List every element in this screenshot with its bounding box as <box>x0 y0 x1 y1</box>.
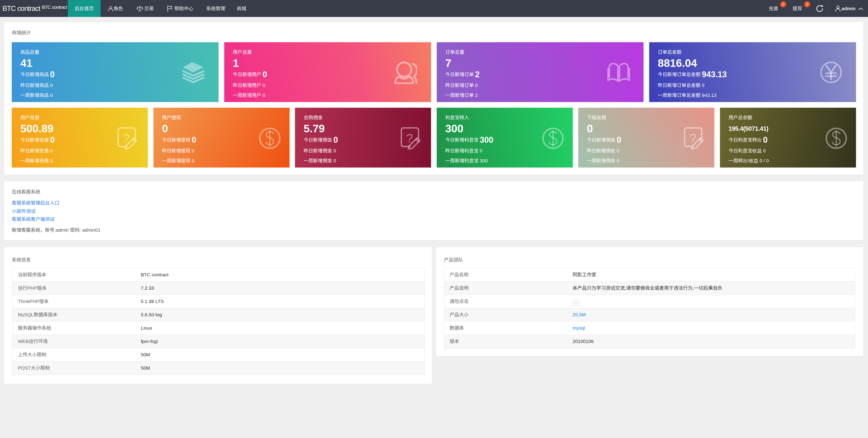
svg-text:404: 404 <box>574 302 578 304</box>
svg-text:?: ? <box>689 131 696 145</box>
svg-text:?: ? <box>406 131 413 145</box>
svg-text:?: ? <box>123 131 130 145</box>
